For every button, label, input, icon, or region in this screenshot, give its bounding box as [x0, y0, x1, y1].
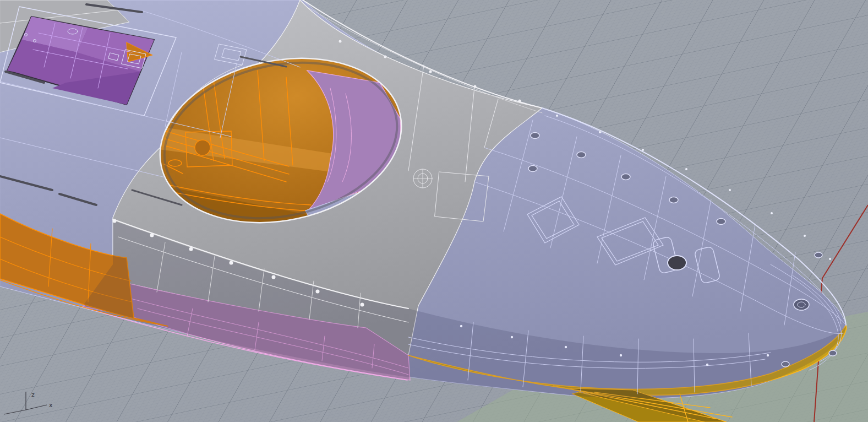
axis-label-z: z: [31, 391, 35, 398]
cad-3d-viewport[interactable]: z x: [0, 0, 868, 422]
axis-label-x: x: [49, 402, 53, 409]
